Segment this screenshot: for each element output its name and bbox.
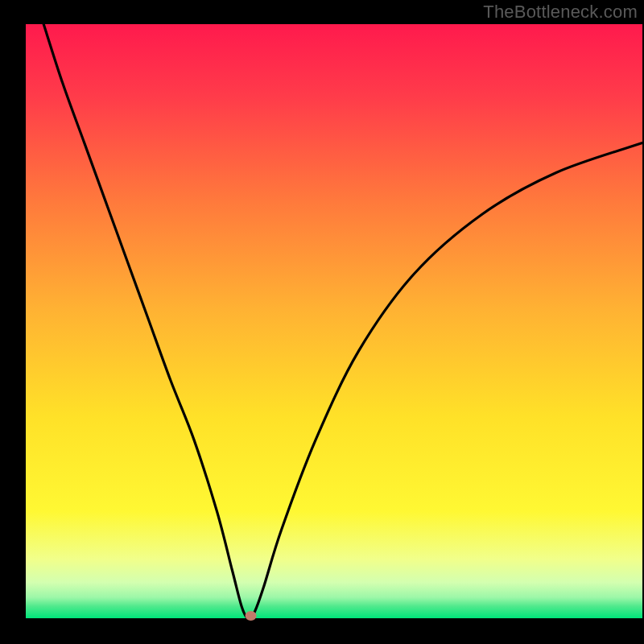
chart-frame: { "watermark": "TheBottleneck.com", "cha… bbox=[0, 0, 644, 644]
plot-background bbox=[26, 24, 642, 618]
watermark-text: TheBottleneck.com bbox=[483, 2, 638, 23]
minimum-marker bbox=[246, 611, 257, 621]
chart-svg bbox=[0, 0, 644, 644]
